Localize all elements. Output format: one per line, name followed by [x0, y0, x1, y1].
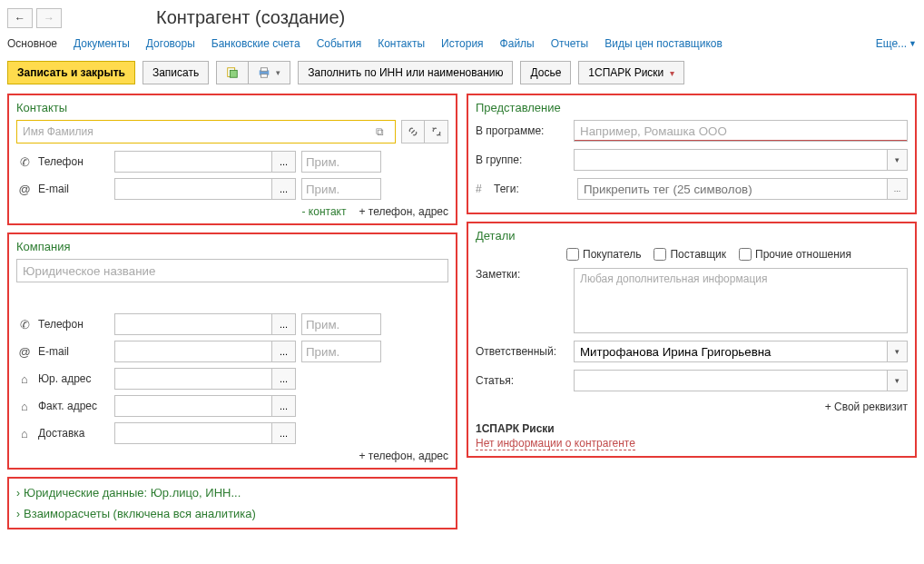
- in-group-dropdown-button[interactable]: ▾: [888, 149, 908, 171]
- nav-forward-button[interactable]: →: [36, 8, 62, 28]
- tab-events[interactable]: События: [317, 35, 362, 52]
- legal-data-expander[interactable]: › Юридические данные: Юр.лицо, ИНН...: [16, 482, 448, 503]
- in-program-label: В программе:: [476, 124, 568, 137]
- tab-history[interactable]: История: [441, 35, 484, 52]
- contact-name-expand-icon[interactable]: ⧉: [369, 125, 389, 138]
- tab-bank-accounts[interactable]: Банковские счета: [211, 35, 300, 52]
- toolbar: Записать и закрыть Записать ▾ Заполнить …: [7, 61, 917, 84]
- fill-by-inn-button[interactable]: Заполнить по ИНН или наименованию: [298, 61, 513, 84]
- company-email-note-input[interactable]: [301, 341, 381, 362]
- contact-phone-more-button[interactable]: ...: [272, 151, 296, 173]
- contact-email-note-input[interactable]: [301, 178, 381, 200]
- other-relations-checkbox[interactable]: [739, 248, 752, 261]
- dossier-button[interactable]: Досье: [520, 61, 571, 84]
- tab-main[interactable]: Основное: [7, 35, 57, 52]
- save-button[interactable]: Записать: [143, 61, 209, 84]
- contacts-title: Контакты: [16, 101, 448, 114]
- company-email-label: E-mail: [38, 345, 109, 358]
- unlink-icon: [430, 125, 443, 138]
- home-icon: ⌂: [16, 400, 33, 413]
- representation-title: Представление: [476, 101, 908, 114]
- article-dropdown-button[interactable]: ▾: [888, 370, 908, 391]
- details-panel: Детали Покупатель Поставщик Прочие отнош…: [467, 222, 917, 458]
- in-group-input[interactable]: [574, 149, 888, 171]
- delivery-input[interactable]: [114, 422, 272, 444]
- legal-address-input[interactable]: [114, 368, 272, 390]
- company-phone-note-input[interactable]: [301, 313, 381, 335]
- fact-address-more-button[interactable]: ...: [272, 395, 296, 417]
- contact-email-more-button[interactable]: ...: [272, 178, 296, 200]
- details-title: Детали: [476, 229, 908, 242]
- contact-email-label: E-mail: [38, 183, 109, 195]
- tab-documents[interactable]: Документы: [74, 35, 130, 52]
- tab-files[interactable]: Файлы: [500, 35, 535, 52]
- fact-address-label: Факт. адрес: [38, 400, 109, 412]
- contact-name-input[interactable]: [23, 125, 369, 138]
- copy-button[interactable]: [216, 61, 249, 84]
- page-title: Контрагент (создание): [156, 7, 345, 28]
- article-input[interactable]: [574, 370, 888, 391]
- other-relations-checkbox-label[interactable]: Прочие отношения: [739, 248, 851, 261]
- legal-address-more-button[interactable]: ...: [272, 368, 296, 390]
- buyer-checkbox-label[interactable]: Покупатель: [566, 248, 641, 261]
- spark-risks-title: 1СПАРК Риски: [476, 422, 908, 435]
- spark-no-info-link[interactable]: Нет информации о контрагенте: [476, 437, 635, 450]
- save-and-close-button[interactable]: Записать и закрыть: [7, 61, 135, 84]
- tab-supplier-prices[interactable]: Виды цен поставщиков: [605, 35, 722, 52]
- add-phone-address-link[interactable]: + телефон, адрес: [359, 205, 448, 218]
- add-own-requisite-link[interactable]: + Свой реквизит: [476, 401, 908, 413]
- contact-email-input[interactable]: [114, 178, 272, 200]
- hash-icon: #: [476, 183, 488, 195]
- chevron-right-icon: ›: [16, 508, 20, 520]
- company-phone-more-button[interactable]: ...: [272, 313, 296, 335]
- buyer-checkbox[interactable]: [566, 248, 579, 261]
- print-button[interactable]: ▾: [249, 61, 290, 84]
- company-email-input[interactable]: [114, 341, 272, 362]
- chevron-right-icon: ›: [16, 487, 20, 500]
- company-panel: Компания ✆ Телефон ... @ E-mail ...: [7, 233, 457, 470]
- supplier-checkbox-label[interactable]: Поставщик: [654, 248, 726, 261]
- copy-icon: [226, 66, 239, 79]
- contacts-panel: Контакты ⧉ ✆ Телефон: [7, 94, 457, 225]
- tags-input[interactable]: [577, 178, 888, 200]
- company-phone-input[interactable]: [114, 313, 272, 335]
- responsible-input[interactable]: [574, 341, 888, 362]
- link-contact-button[interactable]: [401, 120, 425, 143]
- phone-icon: ✆: [16, 318, 33, 331]
- article-label: Статья:: [476, 374, 568, 387]
- settlements-expander[interactable]: › Взаиморасчеты (включена вся аналитика): [16, 503, 448, 524]
- tabs-more[interactable]: Еще...▼: [876, 35, 917, 52]
- company-phone-label: Телефон: [38, 318, 109, 331]
- print-icon: [258, 66, 270, 79]
- company-email-more-button[interactable]: ...: [272, 341, 296, 362]
- in-program-input[interactable]: [574, 120, 908, 142]
- tab-reports[interactable]: Отчеты: [551, 35, 588, 52]
- link-icon: [407, 125, 419, 138]
- spark-risks-button[interactable]: 1СПАРК Риски▾: [578, 61, 684, 84]
- remove-contact-link[interactable]: - контакт: [302, 205, 347, 218]
- responsible-label: Ответственный:: [476, 345, 568, 358]
- supplier-checkbox[interactable]: [654, 248, 666, 261]
- phone-icon: ✆: [16, 155, 33, 169]
- contact-phone-input[interactable]: [114, 151, 272, 173]
- notes-textarea[interactable]: [574, 268, 908, 333]
- contact-phone-note-input[interactable]: [301, 151, 381, 173]
- contact-phone-label: Телефон: [38, 155, 109, 168]
- tags-label: Теги:: [494, 183, 572, 195]
- home-icon: ⌂: [16, 427, 33, 440]
- responsible-dropdown-button[interactable]: ▾: [888, 341, 908, 362]
- legal-address-label: Юр. адрес: [38, 372, 109, 385]
- nav-back-button[interactable]: ←: [7, 8, 33, 28]
- representation-panel: Представление В программе: В группе: ▾ #…: [467, 94, 917, 214]
- svg-rect-3: [261, 68, 268, 72]
- company-name-input[interactable]: [16, 259, 448, 282]
- company-title: Компания: [16, 240, 448, 253]
- tab-contacts[interactable]: Контакты: [378, 35, 425, 52]
- tags-more-button[interactable]: ...: [888, 178, 908, 200]
- fact-address-input[interactable]: [114, 395, 272, 417]
- company-add-phone-address-link[interactable]: + телефон, адрес: [359, 450, 448, 462]
- delivery-more-button[interactable]: ...: [272, 422, 296, 444]
- tab-contracts[interactable]: Договоры: [146, 35, 195, 52]
- notes-label: Заметки:: [476, 268, 568, 281]
- unlink-contact-button[interactable]: [425, 120, 448, 143]
